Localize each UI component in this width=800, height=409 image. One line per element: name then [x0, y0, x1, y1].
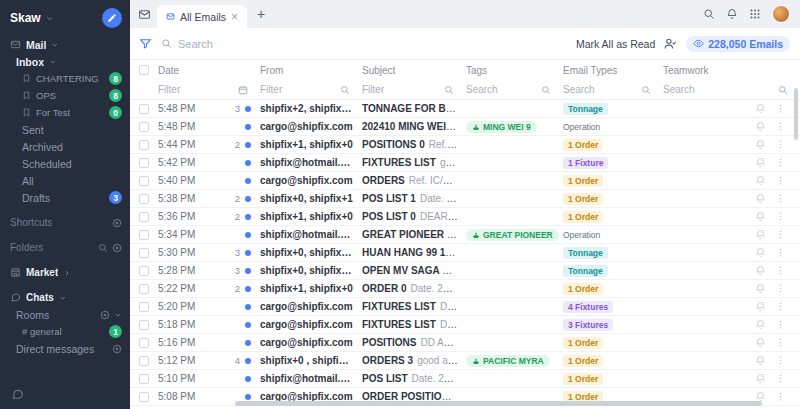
tags-filter-input[interactable]	[466, 84, 541, 95]
notify-bell-icon[interactable]	[755, 265, 766, 276]
email-row[interactable]: 5:38 PM 2 shipfix+0, shipfix+1 POS LIST …	[130, 190, 800, 208]
tab-all-emails[interactable]: All Emails ×	[157, 5, 247, 28]
sidebar-item-all[interactable]: All	[0, 173, 130, 188]
row-menu-icon[interactable]	[775, 175, 786, 186]
search-box[interactable]	[161, 38, 567, 50]
notify-bell-icon[interactable]	[755, 319, 766, 330]
email-row[interactable]: 5:10 PM shipfix@hotmail.com POS LISTDate…	[130, 370, 800, 388]
email-row[interactable]: 5:48 PM cargo@shipfix.com 202410 MING WE…	[130, 118, 800, 136]
row-checkbox[interactable]	[139, 176, 149, 186]
email-row[interactable]: 5:28 PM 3 shipfix+0, shipfix+2, shipfi..…	[130, 262, 800, 280]
notify-bell-icon[interactable]	[755, 157, 766, 168]
search-icon[interactable]	[778, 85, 788, 95]
row-menu-icon[interactable]	[775, 373, 786, 384]
select-all-checkbox[interactable]	[139, 65, 149, 75]
row-menu-icon[interactable]	[775, 301, 786, 312]
sidebar-item-chartering[interactable]: CHARTERING 8	[0, 71, 130, 86]
search-icon[interactable]	[641, 85, 651, 95]
row-menu-icon[interactable]	[775, 139, 786, 150]
search-icon[interactable]	[541, 85, 551, 95]
column-date[interactable]: Date	[158, 65, 260, 76]
notify-bell-icon[interactable]	[755, 211, 766, 222]
sidebar-item-ops[interactable]: OPS 8	[0, 88, 130, 103]
calendar-icon[interactable]	[238, 85, 248, 95]
notify-bell-icon[interactable]	[755, 355, 766, 366]
column-teamwork[interactable]: Teamwork	[663, 65, 728, 76]
row-checkbox[interactable]	[139, 122, 149, 132]
row-checkbox[interactable]	[139, 374, 149, 384]
row-menu-icon[interactable]	[775, 355, 786, 366]
email-row[interactable]: 5:16 PM cargo@shipfix.com POSITIONSDD AF…	[130, 334, 800, 352]
sidebar-item-for-test[interactable]: For Test 0	[0, 105, 130, 120]
row-checkbox[interactable]	[139, 338, 149, 348]
vessel-tag[interactable]: MING WEI 9	[466, 121, 537, 133]
row-checkbox[interactable]	[139, 230, 149, 240]
chevron-right-icon[interactable]	[63, 269, 71, 277]
column-email-types[interactable]: Email Types	[563, 65, 663, 76]
email-row[interactable]: 5:34 PM shipfix@hotmail.com GREAT PIONEE…	[130, 226, 800, 244]
search-input[interactable]	[178, 38, 567, 50]
email-row[interactable]: 5:12 PM 4 shipfix+0 , shipfix+2, shipf..…	[130, 352, 800, 370]
subject-filter-input[interactable]	[362, 84, 444, 95]
assign-person-icon[interactable]	[664, 37, 677, 50]
sidebar-item-drafts[interactable]: Drafts 3	[0, 190, 130, 205]
feedback-icon[interactable]	[8, 385, 26, 403]
tab-close-icon[interactable]: ×	[231, 11, 238, 23]
chevron-down-icon[interactable]	[59, 294, 67, 302]
chevron-down-icon[interactable]	[49, 58, 57, 66]
notify-bell-icon[interactable]	[755, 373, 766, 384]
row-menu-icon[interactable]	[775, 247, 786, 258]
apps-grid-icon[interactable]	[749, 8, 761, 20]
row-menu-icon[interactable]	[775, 319, 786, 330]
compose-button[interactable]	[102, 8, 122, 28]
sidebar-item-market[interactable]: Market	[0, 265, 130, 280]
email-row[interactable]: 5:48 PM 3 shipfix+2, shipfix+1, shipfi..…	[130, 100, 800, 118]
mark-all-read-button[interactable]: Mark All as Read	[576, 38, 655, 50]
row-menu-icon[interactable]	[775, 103, 786, 114]
email-types-filter-input[interactable]	[563, 84, 641, 95]
search-icon[interactable]	[444, 85, 454, 95]
email-row[interactable]: 5:44 PM 2 shipfix+1, shipfix+0 POSITIONS…	[130, 136, 800, 154]
teamwork-filter-input[interactable]	[663, 84, 778, 95]
notify-bell-icon[interactable]	[755, 283, 766, 294]
chevron-down-icon[interactable]	[51, 41, 59, 49]
notify-bell-icon[interactable]	[755, 139, 766, 150]
row-checkbox[interactable]	[139, 284, 149, 294]
column-from[interactable]: From	[260, 65, 362, 76]
row-menu-icon[interactable]	[775, 193, 786, 204]
column-tags[interactable]: Tags	[466, 65, 563, 76]
row-checkbox[interactable]	[139, 140, 149, 150]
row-checkbox[interactable]	[139, 194, 149, 204]
email-row[interactable]: 5:42 PM shipfix@hotmail.com FIXTURES LIS…	[130, 154, 800, 172]
row-menu-icon[interactable]	[775, 337, 786, 348]
new-tab-button[interactable]: +	[257, 6, 265, 22]
plus-circle-icon[interactable]	[112, 344, 122, 354]
row-checkbox[interactable]	[139, 266, 149, 276]
row-checkbox[interactable]	[139, 392, 149, 402]
sidebar-item-inbox[interactable]: Inbox	[0, 54, 130, 69]
notifications-bell-icon[interactable]	[726, 8, 738, 20]
row-checkbox[interactable]	[139, 320, 149, 330]
sidebar-item-archived[interactable]: Archived	[0, 139, 130, 154]
column-subject[interactable]: Subject	[362, 65, 466, 76]
row-checkbox[interactable]	[139, 212, 149, 222]
plus-circle-icon[interactable]	[112, 243, 122, 253]
plus-circle-icon[interactable]	[112, 218, 122, 228]
search-icon[interactable]	[703, 8, 715, 20]
email-row[interactable]: 5:36 PM 2 shipfix+1, shipfix+0 POS LIST …	[130, 208, 800, 226]
row-checkbox[interactable]	[139, 248, 149, 258]
search-icon[interactable]	[98, 243, 108, 253]
search-icon[interactable]	[340, 85, 350, 95]
sidebar-section-folders[interactable]: Folders	[0, 240, 130, 255]
workspace-name[interactable]: Skaw	[10, 11, 41, 25]
sidebar-item-rooms[interactable]: Rooms	[0, 307, 130, 322]
notify-bell-icon[interactable]	[755, 229, 766, 240]
notify-bell-icon[interactable]	[755, 337, 766, 348]
vessel-tag[interactable]: PACIFIC MYRA	[466, 355, 550, 367]
mail-app-icon[interactable]	[138, 8, 151, 21]
notify-bell-icon[interactable]	[755, 175, 766, 186]
email-row[interactable]: 5:20 PM cargo@shipfix.com FIXTURES LISTD…	[130, 298, 800, 316]
row-checkbox[interactable]	[139, 158, 149, 168]
row-menu-icon[interactable]	[775, 283, 786, 294]
row-menu-icon[interactable]	[775, 229, 786, 240]
